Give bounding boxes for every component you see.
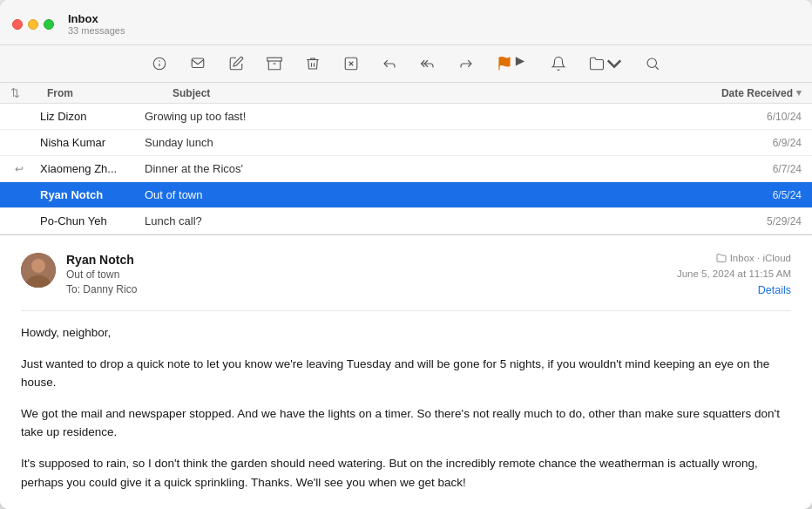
body-paragraph-4: It's supposed to rain, so I don't think … xyxy=(21,454,791,492)
date-sort-arrow: ▾ xyxy=(796,87,802,98)
minimize-button[interactable] xyxy=(28,19,38,30)
mail-window: Inbox 33 messages xyxy=(0,0,812,509)
flag-button[interactable] xyxy=(491,52,533,75)
notification-button[interactable] xyxy=(545,52,572,75)
email-date: 6/7/24 xyxy=(714,163,802,175)
sort-toggle[interactable]: ⇅ xyxy=(10,86,28,99)
svg-point-10 xyxy=(647,58,657,68)
replied-icon: ↩ xyxy=(15,163,24,175)
archive-button[interactable] xyxy=(261,52,288,75)
email-subject: Out of town xyxy=(145,188,714,201)
reply-button[interactable] xyxy=(376,52,403,75)
new-message-button[interactable] xyxy=(185,52,211,75)
move-to-folder-button[interactable] xyxy=(584,52,627,75)
svg-point-13 xyxy=(31,259,45,273)
message-subject: Out of town xyxy=(66,268,677,281)
subject-column-header: Subject xyxy=(173,87,694,99)
email-row[interactable]: Po-Chun Yeh Lunch call? 5/29/24 xyxy=(0,208,812,234)
email-list: ⇅ From Subject Date Received ▾ Liz Dizon… xyxy=(0,83,812,235)
junk-button[interactable] xyxy=(338,52,364,75)
to-recipient: Danny Rico xyxy=(83,283,137,295)
email-subject: Growing up too fast! xyxy=(145,110,714,123)
email-row[interactable]: ↩ Xiaomeng Zh... Dinner at the Ricos' 6/… xyxy=(0,156,812,182)
mailbox-label: Inbox · iCloud xyxy=(716,253,791,263)
email-row[interactable]: Liz Dizon Growing up too fast! 6/10/24 xyxy=(0,104,812,130)
message-divider xyxy=(21,310,791,311)
sender-name: Ryan Notch xyxy=(66,253,677,267)
list-header: ⇅ From Subject Date Received ▾ xyxy=(0,83,812,104)
message-meta: Ryan Notch Out of town To: Danny Rico xyxy=(66,253,677,295)
date-column-header[interactable]: Date Received ▾ xyxy=(697,87,802,99)
from-column-header[interactable]: From xyxy=(47,87,169,99)
email-from: Po-Chun Yeh xyxy=(40,214,145,227)
reply-all-button[interactable] xyxy=(415,52,441,75)
message-to: To: Danny Rico xyxy=(66,283,677,295)
traffic-lights xyxy=(12,19,54,30)
to-label: To: xyxy=(66,283,83,295)
email-date: 6/10/24 xyxy=(714,111,802,123)
email-date: 5/29/24 xyxy=(714,215,802,227)
search-button[interactable] xyxy=(639,52,666,75)
forward-button[interactable] xyxy=(453,52,479,75)
window-title: Inbox xyxy=(68,12,800,25)
message-header: Ryan Notch Out of town To: Danny Rico In… xyxy=(21,253,791,296)
svg-rect-3 xyxy=(192,58,204,68)
compose-button[interactable] xyxy=(223,52,249,75)
reply-col: ↩ xyxy=(10,163,28,175)
mailbox-name: Inbox · iCloud xyxy=(730,253,791,263)
window-subtitle: 33 messages xyxy=(68,25,800,36)
email-from: Nisha Kumar xyxy=(40,136,145,149)
message-body: Howdy, neighbor, Just wanted to drop a q… xyxy=(21,323,791,492)
svg-rect-4 xyxy=(267,58,282,61)
message-time: June 5, 2024 at 11:15 AM xyxy=(677,268,791,279)
email-from: Ryan Notch xyxy=(40,188,145,201)
email-row-selected[interactable]: Ryan Notch Out of town 6/5/24 xyxy=(0,182,812,208)
details-link[interactable]: Details xyxy=(758,284,791,296)
email-date: 6/9/24 xyxy=(714,137,802,149)
get-info-button[interactable] xyxy=(146,52,173,75)
svg-line-11 xyxy=(655,66,658,69)
title-info: Inbox 33 messages xyxy=(68,12,800,36)
email-row[interactable]: Nisha Kumar Sunday lunch 6/9/24 xyxy=(0,130,812,156)
sender-avatar xyxy=(21,253,56,288)
email-subject: Dinner at the Ricos' xyxy=(145,162,714,175)
body-paragraph-1: Howdy, neighbor, xyxy=(21,323,791,343)
trash-button[interactable] xyxy=(300,52,326,75)
message-detail: Ryan Notch Out of town To: Danny Rico In… xyxy=(0,235,812,509)
toolbar xyxy=(0,45,812,83)
email-subject: Sunday lunch xyxy=(145,136,714,149)
titlebar: Inbox 33 messages xyxy=(0,0,812,45)
email-from: Xiaomeng Zh... xyxy=(40,162,145,175)
body-paragraph-2: Just wanted to drop a quick note to let … xyxy=(21,355,791,392)
email-date: 6/5/24 xyxy=(714,189,802,201)
message-right-meta: Inbox · iCloud June 5, 2024 at 11:15 AM … xyxy=(677,253,791,296)
body-paragraph-3: We got the mail and newspaper stopped. A… xyxy=(21,404,791,442)
email-from: Liz Dizon xyxy=(40,110,145,123)
email-subject: Lunch call? xyxy=(145,214,714,227)
maximize-button[interactable] xyxy=(44,19,54,30)
close-button[interactable] xyxy=(12,19,23,30)
